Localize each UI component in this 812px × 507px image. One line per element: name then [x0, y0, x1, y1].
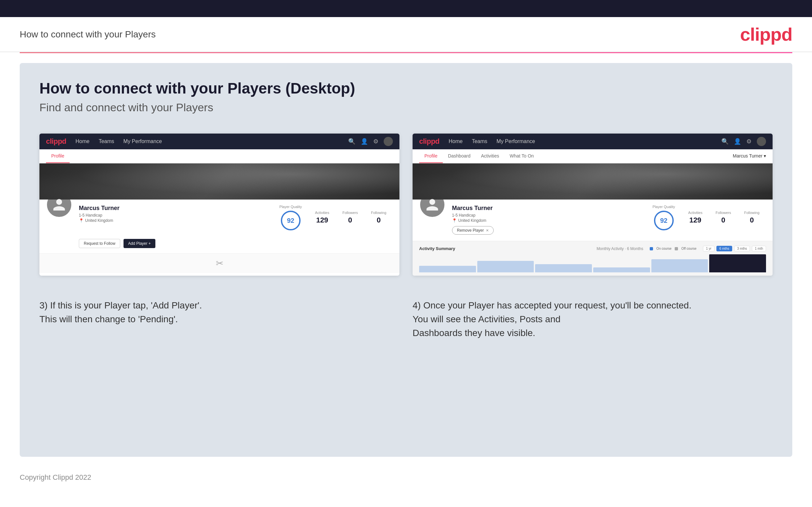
right-country: 📍 United Kingdom: [452, 218, 494, 223]
descriptions-row: 3) If this is your Player tap, 'Add Play…: [39, 292, 773, 340]
right-logo: clippd: [419, 137, 440, 146]
left-stat-activities: Activities 129: [315, 211, 329, 224]
screenshots-row: clippd Home Teams My Performance 🔍 👤 ⚙ P…: [39, 133, 773, 276]
header-logo: clippd: [740, 23, 792, 45]
description-right: 4) Once your Player has accepted your re…: [413, 292, 773, 340]
right-tab-dashboard[interactable]: Dashboard: [443, 149, 476, 163]
right-tab-username[interactable]: Marcus Turner ▾: [733, 149, 766, 163]
copyright: Copyright Clippd 2022: [20, 473, 91, 482]
left-actions: Request to Follow Add Player +: [79, 239, 393, 248]
scissors-icon: ✂: [216, 258, 223, 269]
left-profile-area: Marcus Turner 1-5 Handicap 📍 United King…: [39, 200, 399, 253]
right-quality-circle: 92: [654, 211, 674, 230]
right-stat-followers: Followers 0: [715, 211, 731, 224]
header: How to connect with your Players clippd: [0, 17, 812, 52]
activity-title: Activity Summary: [419, 246, 455, 251]
bar-5: [651, 259, 708, 272]
left-nav-right: 🔍 👤 ⚙: [348, 137, 393, 146]
right-profile-info: Marcus Turner 1-5 Handicap 📍 United King…: [452, 205, 766, 236]
right-nav-myperformance[interactable]: My Performance: [497, 138, 535, 145]
left-nav-teams[interactable]: Teams: [99, 138, 114, 145]
left-stat-followers: Followers 0: [342, 211, 358, 224]
header-title: How to connect with your Players: [20, 29, 156, 40]
right-user-icon[interactable]: 👤: [734, 138, 741, 145]
remove-player-button[interactable]: Remove Player ✕: [452, 226, 494, 235]
right-avatar[interactable]: [757, 137, 766, 146]
person-icon: [52, 198, 66, 212]
footer: Copyright Clippd 2022: [0, 467, 812, 488]
left-hero: [39, 163, 399, 200]
time-filters: 1 yr 6 mths 3 mths 1 mth: [703, 246, 766, 251]
filter-1yr[interactable]: 1 yr: [703, 246, 714, 251]
right-stat-activities: Activities 129: [688, 211, 702, 224]
right-nav-teams[interactable]: Teams: [472, 138, 487, 145]
page-title: How to connect with your Players (Deskto…: [39, 79, 773, 97]
off-course-dot: [675, 247, 678, 250]
left-stat-following: Following 0: [371, 211, 386, 224]
right-tabs: Profile Dashboard Activities What To On …: [413, 149, 773, 163]
filter-6mths[interactable]: 6 mths: [716, 246, 732, 251]
right-navbar: clippd Home Teams My Performance 🔍 👤 ⚙: [413, 133, 773, 149]
close-icon: ✕: [486, 228, 489, 233]
description-left-text: 3) If this is your Player tap, 'Add Play…: [39, 299, 399, 326]
filter-1mth[interactable]: 1 mth: [752, 246, 766, 251]
screenshot-left: clippd Home Teams My Performance 🔍 👤 ⚙ P…: [39, 133, 399, 276]
left-logo: clippd: [46, 137, 66, 146]
bar-3: [535, 264, 592, 272]
right-tab-whattoon[interactable]: What To On: [504, 149, 539, 163]
screenshot-right: clippd Home Teams My Performance 🔍 👤 ⚙ P…: [413, 133, 773, 276]
right-location-icon: 📍: [452, 218, 457, 223]
right-hero: [413, 163, 773, 200]
avatar[interactable]: [384, 137, 393, 146]
tab-profile[interactable]: Profile: [46, 149, 70, 163]
left-tabs: Profile: [39, 149, 399, 163]
left-country: 📍 United Kingdom: [79, 218, 119, 223]
left-profile-info: Marcus Turner 1-5 Handicap 📍 United King…: [79, 205, 393, 248]
filter-3mths[interactable]: 3 mths: [734, 246, 750, 251]
left-navbar: clippd Home Teams My Performance 🔍 👤 ⚙: [39, 133, 399, 149]
right-player-name: Marcus Turner: [452, 205, 494, 212]
right-quality: Player Quality 92: [653, 205, 675, 230]
left-stats: Player Quality 92 Activities 129 Followe…: [273, 205, 393, 236]
right-tab-profile[interactable]: Profile: [419, 149, 443, 163]
location-icon: 📍: [79, 218, 84, 223]
on-course-label: On course: [656, 247, 671, 250]
left-quality: Player Quality 92: [280, 205, 302, 230]
right-search-icon[interactable]: 🔍: [721, 138, 728, 145]
right-handicap: 1-5 Handicap: [452, 213, 494, 218]
activity-legend: On course Off course: [650, 247, 696, 250]
right-profile-area: Marcus Turner 1-5 Handicap 📍 United King…: [413, 200, 773, 241]
on-course-dot: [650, 247, 653, 250]
left-scroll-area: ✂: [39, 253, 399, 273]
right-nav-right: 🔍 👤 ⚙: [721, 137, 766, 146]
right-person-icon: [425, 198, 440, 212]
right-nav-home[interactable]: Home: [449, 138, 463, 145]
right-settings-icon[interactable]: ⚙: [746, 138, 752, 145]
main-content: How to connect with your Players (Deskto…: [20, 63, 792, 457]
left-nav-home[interactable]: Home: [75, 138, 90, 145]
left-player-name: Marcus Turner: [79, 205, 119, 212]
right-stat-following: Following 0: [744, 211, 759, 224]
bar-4: [593, 268, 650, 272]
search-icon[interactable]: 🔍: [348, 138, 355, 145]
top-bar: [0, 0, 812, 17]
bar-1: [419, 266, 476, 272]
add-player-button[interactable]: Add Player +: [123, 239, 155, 248]
bar-6: [709, 254, 766, 272]
right-tab-activities[interactable]: Activities: [476, 149, 504, 163]
settings-icon[interactable]: ⚙: [373, 138, 378, 145]
off-course-label: Off course: [681, 247, 696, 250]
right-chart-area: [413, 256, 773, 276]
left-quality-circle: 92: [281, 211, 301, 230]
right-stats: Player Quality 92 Activities 129 Followe…: [646, 205, 766, 236]
page-subtitle: Find and connect with your Players: [39, 101, 773, 114]
right-activity-bar: Activity Summary Monthly Activity · 6 Mo…: [413, 241, 773, 256]
user-icon[interactable]: 👤: [361, 138, 368, 145]
request-follow-button[interactable]: Request to Follow: [79, 239, 120, 248]
left-nav-myperformance[interactable]: My Performance: [123, 138, 162, 145]
activity-subtitle: Monthly Activity · 6 Months: [597, 246, 643, 251]
left-handicap: 1-5 Handicap: [79, 213, 119, 218]
bar-2: [477, 261, 534, 272]
description-left: 3) If this is your Player tap, 'Add Play…: [39, 292, 399, 340]
header-divider: [20, 52, 792, 53]
